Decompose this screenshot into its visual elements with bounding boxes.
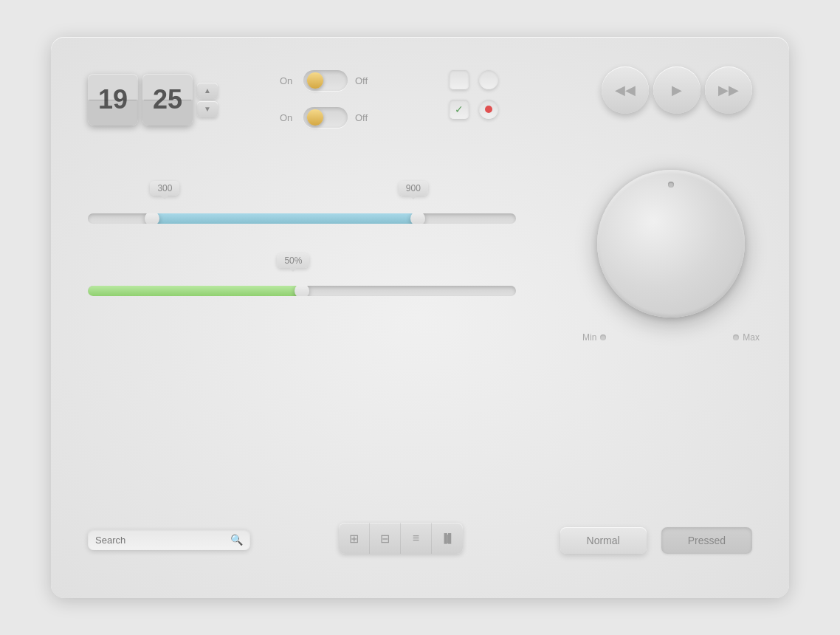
range-slider-thumb-right[interactable] <box>410 213 425 224</box>
rewind-button[interactable]: ◀◀ <box>602 66 649 114</box>
toggle-row-1: On Off <box>280 70 371 91</box>
play-icon: ▶ <box>672 82 682 98</box>
columns-icon: ▐|▌ <box>441 533 453 543</box>
fast-forward-icon: ▶▶ <box>718 82 739 98</box>
percent-slider-fill <box>88 286 302 296</box>
rewind-icon: ◀◀ <box>615 82 636 98</box>
knob-wrapper <box>590 162 752 325</box>
fast-forward-button[interactable]: ▶▶ <box>705 66 752 114</box>
knob-max-dot <box>733 334 739 340</box>
range-max-bubble: 900 <box>399 181 428 196</box>
knob-labels: Min Max <box>582 332 760 343</box>
sliders-section: 300 900 50% <box>88 181 516 326</box>
play-button[interactable]: ▶ <box>653 66 700 114</box>
range-slider-container: 300 900 <box>88 181 516 224</box>
view-columns-button[interactable]: ▐|▌ <box>432 523 463 554</box>
knob-max-label: Max <box>733 332 760 343</box>
search-input[interactable] <box>95 535 230 546</box>
knob-section: Min Max <box>582 162 760 343</box>
toggle-1-off-label: Off <box>355 75 371 86</box>
percent-slider-track[interactable] <box>88 286 516 296</box>
transport-section: ◀◀ ▶ ▶▶ <box>602 66 752 114</box>
view-mode-section: ⊞ ⊟ ≡ ▐|▌ <box>339 523 463 554</box>
clock-arrows[interactable]: ▲ ▼ <box>197 83 218 117</box>
main-panel: 19 25 ▲ ▼ On Off On Off ✓ <box>51 37 789 598</box>
toggle-2-off-label: Off <box>355 112 371 123</box>
checkbox-1-unchecked[interactable] <box>450 70 469 89</box>
radio-dot <box>485 106 492 113</box>
radio-2-checked[interactable] <box>479 100 498 119</box>
radio-1-unchecked[interactable] <box>479 70 498 89</box>
toggle-2-track[interactable] <box>303 107 348 128</box>
checkbox-2-checked[interactable]: ✓ <box>450 100 469 119</box>
grid-icon: ⊞ <box>349 532 359 546</box>
percent-slider-thumb[interactable] <box>295 286 309 296</box>
range-slider-fill <box>152 213 418 224</box>
range-min-bubble: 300 <box>150 181 179 196</box>
toggle-row-2: On Off <box>280 107 371 128</box>
knob-min-text: Min <box>582 332 596 343</box>
toggle-2-on-label: On <box>280 112 296 123</box>
search-box: 🔍 <box>88 529 250 550</box>
view-lines-button[interactable]: ≡ <box>401 523 432 554</box>
toggles-section: On Off On Off <box>280 70 371 144</box>
range-slider-thumb-left[interactable] <box>145 213 159 224</box>
range-slider-track[interactable] <box>88 213 516 224</box>
normal-button[interactable]: Normal <box>560 527 647 554</box>
toggle-1-track[interactable] <box>303 70 348 91</box>
state-buttons-section: Normal Pressed <box>560 527 752 554</box>
flip-clock: 19 25 ▲ ▼ <box>88 74 218 126</box>
clock-digit-2: 25 <box>142 74 193 126</box>
percent-bubble: 50% <box>277 253 309 268</box>
knob-control[interactable] <box>597 170 745 318</box>
clock-up-arrow[interactable]: ▲ <box>197 83 218 99</box>
knob-indicator-dot <box>668 182 674 188</box>
lines-icon: ≡ <box>413 532 419 545</box>
search-icon: 🔍 <box>230 534 243 546</box>
search-section: 🔍 <box>88 529 250 550</box>
clock-digit-1: 19 <box>88 74 138 126</box>
knob-max-text: Max <box>743 332 760 343</box>
view-list-button[interactable]: ⊟ <box>370 523 401 554</box>
list-icon: ⊟ <box>380 532 390 546</box>
pressed-button[interactable]: Pressed <box>661 527 752 554</box>
check-radio-section: ✓ <box>450 70 498 119</box>
toggle-1-on-label: On <box>280 75 296 86</box>
clock-down-arrow[interactable]: ▼ <box>197 101 218 117</box>
toggle-2-thumb <box>307 109 323 126</box>
toggle-1-thumb <box>307 72 323 89</box>
knob-min-label: Min <box>582 332 606 343</box>
percent-slider-container: 50% <box>88 253 516 296</box>
view-grid-button[interactable]: ⊞ <box>339 523 370 554</box>
knob-min-dot <box>600 334 606 340</box>
